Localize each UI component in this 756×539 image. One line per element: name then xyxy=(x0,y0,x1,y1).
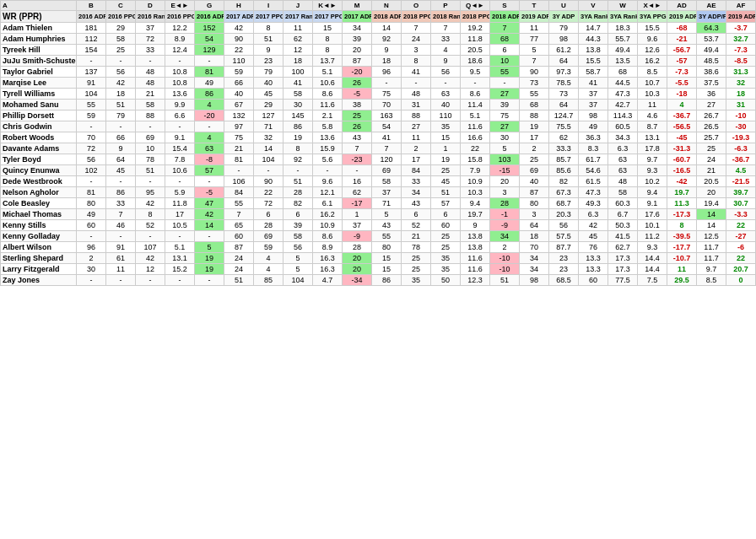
cell-w: 17.3 xyxy=(608,253,638,264)
cell-u: 23 xyxy=(549,264,579,275)
cell-s: 30 xyxy=(490,132,520,143)
cell-p: 25 xyxy=(431,231,461,242)
cell-k: - xyxy=(313,165,343,176)
cell-v: 45 xyxy=(579,231,608,242)
cell-t: 98 xyxy=(520,275,549,286)
cell-ae: 11.7 xyxy=(697,242,726,253)
cell-ad: -7.3 xyxy=(667,67,697,78)
cell-j: 58 xyxy=(284,231,313,242)
cell-h: 66 xyxy=(224,78,254,89)
cell-q: 8.6 xyxy=(461,89,490,100)
cell-j: 5 xyxy=(284,253,313,264)
cell-e: 13.1 xyxy=(165,253,195,264)
cell-h: 84 xyxy=(224,187,254,198)
cell-h: 81 xyxy=(224,154,254,165)
cell-j: 82 xyxy=(284,198,313,209)
table-row: Phillip Dorsett5979886.6-201321271452.12… xyxy=(1,110,756,121)
cell-d: 58 xyxy=(136,100,165,110)
cell-p: 1 xyxy=(431,143,461,154)
cell-s: 5 xyxy=(490,143,520,154)
table-row: Taylor Gabriel137564810.88159791005.1-20… xyxy=(1,67,756,78)
cell-b: 81 xyxy=(77,187,106,198)
cell-b: 56 xyxy=(77,154,106,165)
cell-g: 129 xyxy=(195,45,224,56)
wr-ppr-label: WR (PPR) xyxy=(1,11,77,23)
cell-v: 8.3 xyxy=(579,143,608,154)
cell-k: 10.6 xyxy=(313,78,343,89)
cell-o: - xyxy=(402,78,431,89)
cell-v: 13.8 xyxy=(579,45,608,56)
col-k-header: K◄► xyxy=(313,1,343,11)
cell-v: 15.5 xyxy=(579,56,608,67)
cell-e: 10.6 xyxy=(165,165,195,176)
cell-j: 41 xyxy=(284,78,313,89)
cell-e: 8.9 xyxy=(165,34,195,45)
cell-c: - xyxy=(106,56,136,67)
cell-b: - xyxy=(77,176,106,187)
cell-ae: 19.4 xyxy=(697,198,726,209)
cell-e: 9.9 xyxy=(165,100,195,110)
cell-ad: -17.7 xyxy=(667,242,697,253)
cell-q: 11.6 xyxy=(461,121,490,132)
col-b-header: B xyxy=(77,1,106,11)
table-row: Cole Beasley80334211.8475572826.1-177143… xyxy=(1,198,756,209)
cell-d: - xyxy=(136,176,165,187)
col-af-header: AF xyxy=(726,1,756,11)
cell-o: 21 xyxy=(402,231,431,242)
2017-adp-header: 2017 ADP xyxy=(224,11,254,23)
cell-q: 22 xyxy=(461,143,490,154)
cell-e: 11.8 xyxy=(165,198,195,209)
cell-n: 70 xyxy=(372,100,402,110)
cell-b: 60 xyxy=(77,220,106,231)
cell-k: 15.9 xyxy=(313,143,343,154)
cell-s: 6 xyxy=(490,45,520,56)
cell-x: 17.8 xyxy=(638,143,667,154)
cell-t: 64 xyxy=(520,220,549,231)
cell-i: 9 xyxy=(254,45,284,56)
cell-i: 127 xyxy=(254,110,284,121)
col-w-header: W xyxy=(608,1,638,11)
cell-o: 41 xyxy=(402,67,431,78)
cell-x: 17.6 xyxy=(638,209,667,220)
cell-w: 47.3 xyxy=(608,89,638,100)
cell-v: 42 xyxy=(579,220,608,231)
cell-ae: 64.3 xyxy=(697,23,726,34)
cell-o: 25 xyxy=(402,264,431,275)
cell-s: 2 xyxy=(490,242,520,253)
cell-n: 41 xyxy=(372,132,402,143)
cell-p: 25 xyxy=(431,242,461,253)
cell-h: 106 xyxy=(224,176,254,187)
cell-h: - xyxy=(224,165,254,176)
cell-w: 17.3 xyxy=(608,264,638,275)
cell-ae: 37.5 xyxy=(697,78,726,89)
player-name-cell: Robert Woods xyxy=(1,132,77,143)
col-t-header: T xyxy=(520,1,549,11)
cell-t: 18 xyxy=(520,231,549,242)
cell-d: - xyxy=(136,275,165,286)
cell-d: 42 xyxy=(136,198,165,209)
cell-p: 63 xyxy=(431,89,461,100)
cell-t: 55 xyxy=(520,89,549,100)
cell-p: 35 xyxy=(431,264,461,275)
cell-x: 10.2 xyxy=(638,176,667,187)
cell-v: 76 xyxy=(579,242,608,253)
cell-g: 152 xyxy=(195,23,224,34)
col-a-header: A xyxy=(1,1,77,11)
col-c-header: C xyxy=(106,1,136,11)
cell-h: 51 xyxy=(224,275,254,286)
cell-t: 70 xyxy=(520,242,549,253)
cell-m: 37 xyxy=(343,220,372,231)
col-m-header: M xyxy=(343,1,372,11)
cell-w: 18.3 xyxy=(608,23,638,34)
table-row: Quincy Enunwa102455110.657-----6984257.9… xyxy=(1,165,756,176)
cell-k: 2.1 xyxy=(313,110,343,121)
player-name-cell: Tyreek Hill xyxy=(1,45,77,56)
cell-w: 63 xyxy=(608,154,638,165)
cell-af: -3.3 xyxy=(726,209,756,220)
cell-h: 40 xyxy=(224,89,254,100)
table-row: Kenny Stills60465210.51465283910.9374352… xyxy=(1,220,756,231)
cell-g: 86 xyxy=(195,89,224,100)
cell-k: 16.3 xyxy=(313,264,343,275)
cell-u: 79 xyxy=(549,23,579,34)
cell-c: 29 xyxy=(106,23,136,34)
